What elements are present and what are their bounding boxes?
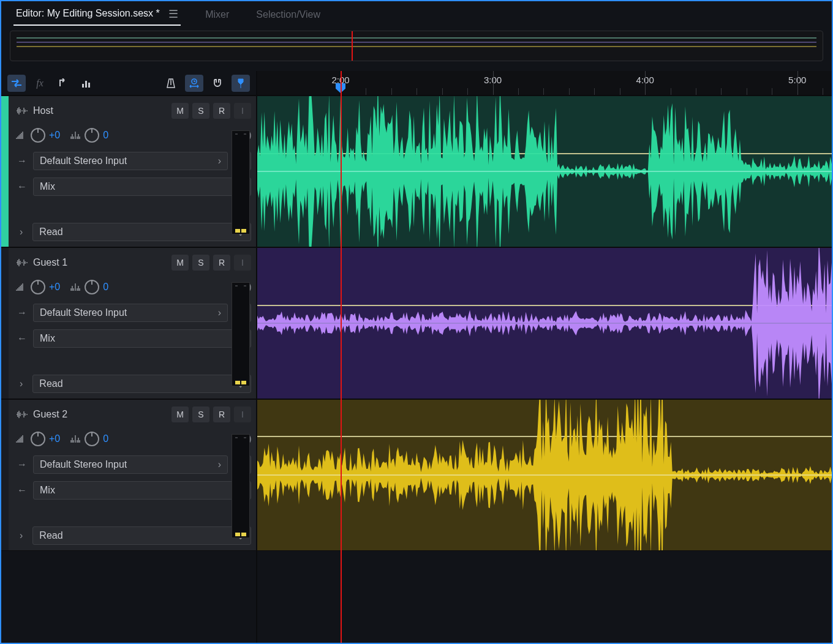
track-name[interactable]: Guest 1 [16,257,67,268]
panel-menu-icon[interactable]: ☰ [168,7,178,21]
expand-automation-icon[interactable]: › [16,378,26,389]
overview-playhead[interactable] [352,31,353,61]
mute-button[interactable]: M [172,103,189,119]
record-arm-button[interactable]: R [213,255,230,271]
output-select[interactable]: Mix › [33,481,251,500]
waveform-track-icon [16,258,28,267]
automation-label: Read [39,378,62,389]
track-name-label: Host [33,105,53,116]
tab-editor[interactable]: Editor: My Editing Session.sesx * ☰ [13,4,181,26]
waveform-center-line [257,323,832,324]
track-name[interactable]: Guest 2 [16,409,67,420]
pan-control[interactable]: 0 [70,432,108,446]
pan-value: 0 [103,433,108,444]
monitor-input-button[interactable]: I [234,255,251,271]
solo-button[interactable]: S [192,103,209,119]
volume-knob[interactable] [31,128,45,143]
output-arrow-icon: ← [16,485,28,496]
toggle-inputs-outputs-button[interactable] [7,75,26,92]
solo-button[interactable]: S [192,255,209,271]
eq-button[interactable] [77,75,96,92]
input-select[interactable]: Default Stereo Input › [33,304,228,322]
expand-automation-icon[interactable]: › [16,530,26,541]
track-header[interactable]: Guest 1 M S R I +0 [1,247,256,399]
track-name-label: Guest 2 [33,409,67,420]
svg-rect-1 [85,81,87,88]
output-select[interactable]: Mix › [33,329,251,348]
track-lane[interactable] [257,247,832,399]
input-label: Default Stereo Input [40,459,127,470]
tab-mixer-label: Mixer [205,9,229,20]
tab-selection-view[interactable]: Selection/View [254,6,323,24]
monitor-input-button[interactable]: I [234,103,251,119]
snap-button[interactable] [208,75,227,92]
time-ruler[interactable]: 2:003:004:005:00 [257,71,832,95]
monitor-input-button[interactable]: I [234,406,251,422]
tab-editor-label: Editor: My Editing Session.sesx * [16,8,160,18]
volume-value: +0 [49,282,60,293]
pan-control[interactable]: 0 [70,280,108,294]
output-arrow-icon: ← [16,333,28,344]
track-color-tab[interactable] [1,96,9,247]
chevron-right-icon: › [218,307,221,318]
pan-knob[interactable] [85,432,99,446]
record-arm-button[interactable]: R [213,103,230,119]
waveform-track-icon [16,107,28,115]
automation-mode-select[interactable]: Read ⌄ [32,223,251,241]
metronome-button[interactable] [162,75,180,92]
pan-control[interactable]: 0 [70,128,108,143]
sends-button[interactable] [54,75,72,92]
volume-knob[interactable] [31,280,45,294]
pan-icon [70,283,81,291]
panel-tabs: Editor: My Editing Session.sesx * ☰ Mixe… [1,1,832,28]
volume-value: +0 [49,130,60,141]
track-header[interactable]: Host M S R I +0 [1,95,256,247]
volume-control[interactable]: +0 [16,128,60,143]
svg-rect-0 [82,84,84,88]
playhead-tool-button[interactable] [232,75,250,92]
mute-button[interactable]: M [172,255,189,271]
fx-button[interactable]: fx [31,75,49,92]
track-header[interactable]: Guest 2 M S R I +0 [1,399,256,551]
pan-value: 0 [103,130,108,141]
input-select[interactable]: Default Stereo Input › [33,152,228,170]
overview-navigator[interactable] [10,31,823,61]
automation-mode-select[interactable]: Read ⌄ [32,375,251,393]
playhead-line[interactable] [341,71,342,643]
track-name[interactable]: Host [16,105,53,116]
overview-track-line [17,37,816,39]
track-headers: Host M S R I +0 [1,95,256,551]
volume-icon [16,283,27,291]
solo-button[interactable]: S [192,406,209,422]
level-meter [232,434,250,538]
pan-knob[interactable] [85,280,99,294]
tab-mixer[interactable]: Mixer [203,6,232,24]
app-root: Editor: My Editing Session.sesx * ☰ Mixe… [0,0,833,644]
output-select[interactable]: Mix › [33,178,251,196]
track-name-label: Guest 1 [33,257,67,268]
automation-mode-select[interactable]: Read ⌄ [32,526,251,545]
input-select[interactable]: Default Stereo Input › [33,455,228,474]
record-arm-button[interactable]: R [213,406,230,422]
volume-control[interactable]: +0 [16,280,60,294]
track-color-tab[interactable] [1,248,9,399]
track-color-tab[interactable] [1,400,9,550]
volume-knob[interactable] [31,432,45,446]
track-lane[interactable] [257,95,832,247]
workspace: fx [1,71,832,643]
mute-button[interactable]: M [172,406,189,422]
output-label: Mix [40,485,55,496]
svg-rect-2 [88,83,90,88]
input-label: Default Stereo Input [40,307,127,318]
pan-icon [70,131,81,140]
track-lane[interactable] [257,399,832,551]
automation-label: Read [39,227,62,238]
pan-knob[interactable] [85,128,99,143]
expand-automation-icon[interactable]: › [16,227,26,238]
track-toolbar: fx [1,71,256,95]
duration-toggle-button[interactable] [185,75,203,92]
volume-control[interactable]: +0 [16,432,60,446]
overview-track-line [17,46,816,47]
timeline: 2:003:004:005:00 [256,71,832,643]
input-arrow-icon: → [16,307,28,318]
